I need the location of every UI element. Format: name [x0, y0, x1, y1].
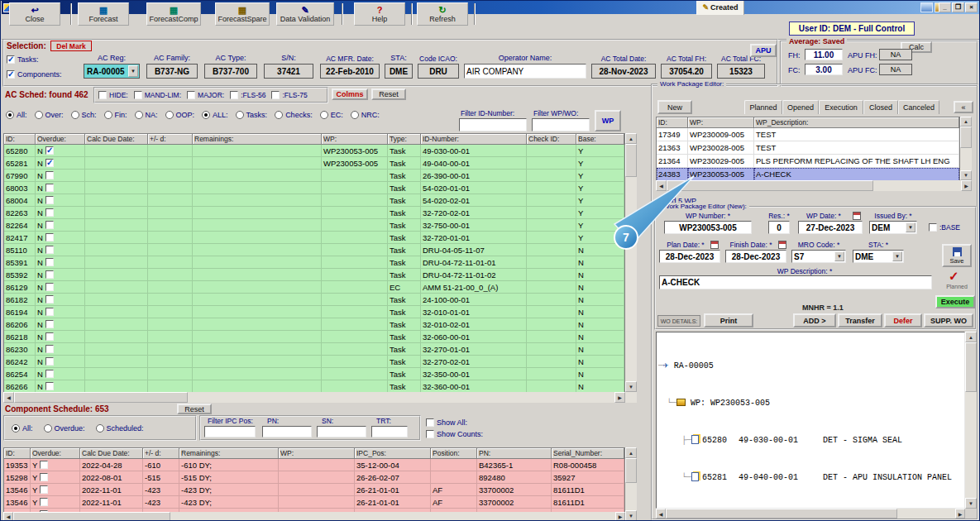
filter-ipc-input[interactable] [204, 426, 256, 437]
scroll-right-icon[interactable]: ▶ [615, 512, 625, 521]
overdue-checkbox[interactable] [40, 485, 48, 494]
supp-wo-button[interactable]: SUPP. WO [924, 313, 973, 327]
column-header[interactable]: Calc Due Date: [85, 134, 148, 145]
table-row[interactable]: 86266 N Task 32-360-00-01 N [4, 380, 624, 393]
table-row[interactable]: 82263 N Task 32-720-02-01 Y [4, 207, 624, 219]
tree-wp-node[interactable]: └─ WP: WP230053-005 [658, 397, 963, 409]
radio-option[interactable]: All: [12, 424, 33, 433]
filter-wp-input[interactable] [532, 118, 590, 131]
overdue-checkbox[interactable] [45, 308, 54, 316]
calendar-icon[interactable] [710, 241, 719, 249]
tab-opened[interactable]: Opened [782, 100, 819, 114]
scroll-thumb[interactable] [625, 144, 637, 177]
calendar-icon[interactable] [778, 241, 786, 249]
table-row[interactable]: 86194 N Task 32-010-01-01 N [4, 306, 624, 318]
table-row[interactable]: 86254 N Task 32-350-00-01 N [4, 368, 624, 380]
overdue-checkbox[interactable] [45, 221, 54, 229]
radio-option[interactable]: NRC: [351, 111, 380, 119]
overdue-checkbox[interactable] [45, 320, 54, 328]
reset-button-sched[interactable]: Reset [371, 88, 406, 100]
tree-vscrollbar[interactable]: ▲ ▼ [965, 332, 977, 509]
scroll-up-icon[interactable]: ▲ [960, 117, 972, 127]
radio-option[interactable]: EC: [320, 111, 343, 119]
chevron-down-icon[interactable]: ▼ [128, 65, 138, 77]
radio-option[interactable]: ALL: [202, 111, 228, 119]
filter-checkbox[interactable]: :FLS-75 [271, 91, 307, 99]
radio-option[interactable]: OOP: [165, 111, 195, 119]
wp-row[interactable]: 24383 WP230053-005 A-CHECK [657, 168, 959, 181]
res-input[interactable]: 0 [768, 221, 790, 234]
tasks-checkbox-box[interactable] [7, 55, 15, 64]
table-row[interactable]: 65280 N WP230053-005 Task 49-030-00-01 Y [4, 145, 624, 157]
filter-checkbox[interactable]: MAJOR: [187, 91, 224, 99]
show-all-checkbox[interactable]: Show All: [426, 418, 467, 427]
scroll-left-icon[interactable]: ◀ [3, 392, 14, 403]
issued-by-dropdown[interactable]: DEM▼ [869, 221, 917, 234]
base-checkbox[interactable]: :BASE [929, 223, 960, 232]
tasks-checkbox[interactable]: Tasks: [7, 55, 39, 64]
scroll-thumb[interactable] [960, 127, 972, 148]
sta-dropdown[interactable]: DME▼ [853, 250, 904, 263]
column-header[interactable]: Type: [388, 134, 421, 145]
table-row[interactable]: 65281 N WP230053-005 Task 49-040-00-01 Y [4, 157, 624, 170]
column-header[interactable]: ID: [657, 117, 688, 128]
tab-execution[interactable]: Execution [819, 100, 863, 114]
fh-value[interactable]: 11.00 [805, 49, 843, 60]
tree-leaf[interactable]: ├─6528049-030-00-01DET - SIGMA SEAL [658, 434, 963, 447]
defer-button[interactable]: Defer [884, 313, 922, 327]
ac-sched-vscrollbar[interactable]: ▲ ▼ [625, 133, 637, 392]
overdue-checkbox[interactable] [45, 196, 54, 204]
column-header[interactable]: Overdue: [36, 134, 85, 145]
wp-list-vscrollbar[interactable]: ▲ ▼ [960, 117, 972, 180]
table-row[interactable]: 13546 Y 2022-11-01 -423 -423 DY; 26-21-0… [4, 496, 624, 509]
overdue-checkbox[interactable] [40, 498, 48, 506]
mro-code-dropdown[interactable]: S7▼ [791, 250, 846, 263]
radio-option[interactable]: Tasks: [236, 111, 268, 119]
overdue-checkbox[interactable] [45, 382, 54, 390]
scroll-down-icon[interactable]: ▼ [960, 170, 972, 180]
column-header[interactable]: Calc Due Date: [80, 448, 143, 459]
column-header[interactable]: Remainings: [179, 448, 279, 459]
table-row[interactable]: 82264 N Task 32-750-00-01 Y [4, 219, 624, 232]
overdue-checkbox[interactable] [40, 461, 48, 469]
wp-row[interactable]: 17349 WP230009-005 TEST [657, 128, 959, 141]
table-row[interactable]: 86206 N Task 32-010-02-01 N [4, 318, 624, 331]
column-header[interactable]: Serial_Number: [552, 448, 624, 459]
column-header[interactable]: Base: [576, 134, 624, 145]
scroll-left-icon[interactable]: ◀ [656, 509, 666, 519]
tab-canceled[interactable]: Canceled [898, 100, 939, 114]
radio-option[interactable]: All: [6, 111, 27, 119]
table-row[interactable]: 15298 Y 2022-08-01 -515 -515 DY; 26-26-0… [4, 471, 624, 484]
tab-created[interactable]: ✎Created [696, 0, 744, 15]
column-header[interactable]: Remainings: [193, 134, 322, 145]
del-mark-button[interactable]: Del Mark [50, 41, 92, 51]
save-button[interactable]: Save [942, 244, 972, 267]
column-header[interactable]: +/- d: [143, 448, 179, 459]
column-header[interactable]: +/- d: [148, 134, 193, 145]
data-validation-button[interactable]: ✎ Data Validation [276, 2, 334, 26]
forecast-button[interactable]: ▦ Forecast [78, 2, 129, 26]
titlebar-tool-icon-left[interactable] [920, 2, 933, 12]
radio-option[interactable]: NA: [135, 111, 158, 119]
overdue-checkbox[interactable] [45, 332, 54, 341]
calendar-icon[interactable] [853, 212, 861, 220]
print-button[interactable]: Print [704, 313, 753, 327]
column-header[interactable]: Overdue: [31, 448, 80, 459]
column-header[interactable]: IPC_Pos: [355, 448, 431, 459]
filter-checkbox[interactable]: HIDE: [98, 91, 128, 99]
wo-details-label[interactable]: WO DETAILS: [657, 315, 700, 327]
scroll-up-icon[interactable]: ▲ [625, 447, 637, 458]
ac-sched-hscrollbar[interactable]: ◀ ▶ [3, 392, 637, 403]
table-row[interactable]: 85392 N Task DRU-04-72-11-01-02 N [4, 269, 624, 281]
scroll-right-icon[interactable]: ▶ [614, 392, 625, 403]
minimize-button[interactable]: _ [939, 2, 951, 12]
filter-pn-input[interactable] [262, 426, 312, 437]
scroll-down-icon[interactable]: ▼ [625, 510, 637, 521]
column-header[interactable]: PN: [477, 448, 552, 459]
scroll-thumb[interactable] [625, 458, 637, 483]
refresh-button[interactable]: ↻ Refresh [417, 2, 468, 26]
tree-leaf[interactable]: └─6528149-040-00-01DET - APU INSULATION … [658, 471, 963, 484]
add-button[interactable]: ADD > [793, 313, 836, 327]
table-row[interactable]: 68003 N Task 54-020-01-01 Y [4, 182, 624, 194]
fc-value[interactable]: 3.00 [805, 64, 843, 75]
